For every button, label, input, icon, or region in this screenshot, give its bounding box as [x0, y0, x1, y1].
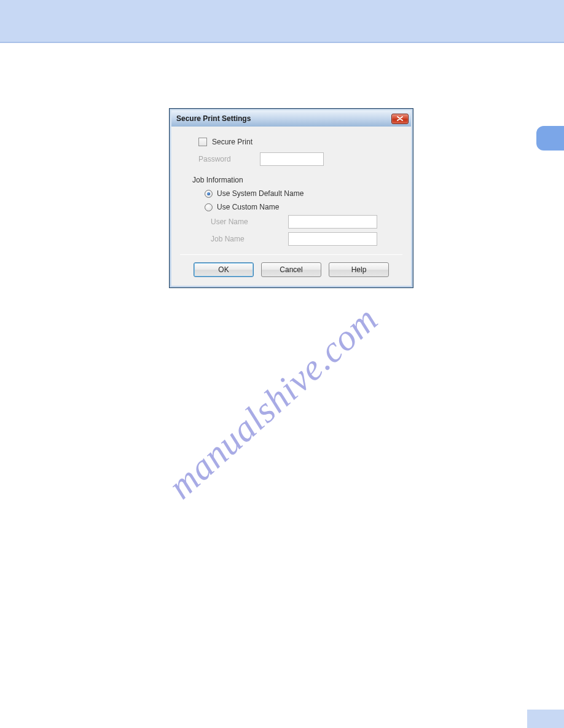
cancel-button[interactable]: Cancel — [261, 262, 321, 277]
page-top-banner — [0, 0, 564, 43]
password-row: Password — [184, 152, 399, 166]
dialog-titlebar: Secure Print Settings — [171, 111, 411, 127]
job-info-label: Job Information — [192, 176, 243, 184]
ok-button[interactable]: OK — [194, 262, 254, 277]
password-input[interactable] — [260, 152, 324, 166]
page-side-tab — [536, 126, 564, 151]
job-name-input[interactable] — [288, 232, 377, 246]
radio-default-row: Use System Default Name — [184, 189, 399, 198]
secure-print-label: Secure Print — [212, 138, 253, 146]
secure-print-checkbox[interactable] — [198, 138, 207, 146]
user-name-row: User Name — [184, 215, 399, 229]
close-icon — [397, 116, 403, 121]
secure-print-row: Secure Print — [184, 138, 399, 146]
dialog-title: Secure Print Settings — [176, 114, 251, 123]
watermark-text: manualshive.com — [160, 297, 386, 507]
dialog-body: Secure Print Password Job Information Us… — [171, 127, 411, 286]
radio-default-label: Use System Default Name — [217, 189, 304, 198]
radio-dot-icon — [207, 192, 210, 195]
password-label: Password — [198, 155, 260, 163]
user-name-input[interactable] — [288, 215, 377, 229]
job-name-label: Job Name — [211, 235, 288, 243]
user-name-label: User Name — [211, 217, 288, 226]
secure-print-dialog: Secure Print Settings Secure Print Passw… — [169, 108, 413, 288]
radio-custom-label: Use Custom Name — [217, 203, 279, 211]
radio-default[interactable] — [205, 190, 213, 198]
help-button[interactable]: Help — [329, 262, 389, 277]
page-footer-block — [527, 710, 564, 728]
job-info-heading-row: Job Information — [184, 176, 399, 184]
radio-custom-row: Use Custom Name — [184, 203, 399, 211]
separator — [180, 254, 402, 255]
radio-custom[interactable] — [205, 203, 213, 211]
close-button[interactable] — [391, 114, 409, 124]
button-row: OK Cancel Help — [184, 262, 399, 277]
job-name-row: Job Name — [184, 232, 399, 246]
